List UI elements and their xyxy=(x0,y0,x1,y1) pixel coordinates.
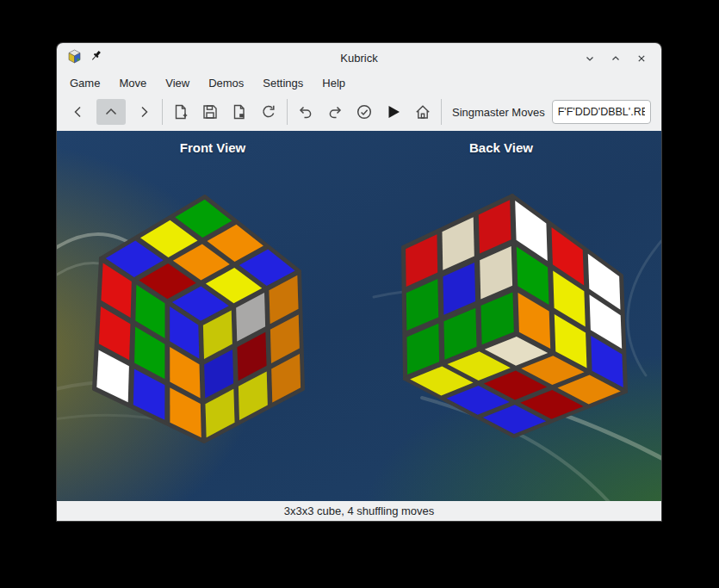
chevron-up-icon xyxy=(102,103,120,121)
maximize-icon[interactable] xyxy=(606,49,625,68)
new-document-icon xyxy=(172,103,189,121)
kubrick-app-icon[interactable] xyxy=(67,49,82,67)
chevron-right-icon xyxy=(135,103,152,121)
redo-icon xyxy=(326,103,344,121)
menu-move[interactable]: Move xyxy=(109,75,156,91)
home-button[interactable] xyxy=(412,99,434,125)
undo-button[interactable] xyxy=(294,99,317,125)
status-message: 3x3x3 cube, 4 shuffling moves xyxy=(284,504,435,517)
save-icon xyxy=(201,103,219,121)
kubrick-window: Kubrick Game Move View Demos Settings He… xyxy=(57,43,661,521)
statusbar: 3x3x3 cube, 4 shuffling moves xyxy=(57,501,661,521)
stop-replay-button[interactable] xyxy=(96,99,126,125)
import-document-icon xyxy=(231,103,248,121)
pushpin-icon[interactable] xyxy=(90,50,103,66)
undo-icon xyxy=(297,103,314,121)
redo-button[interactable] xyxy=(324,99,346,125)
refresh-icon xyxy=(260,103,277,121)
home-icon xyxy=(414,103,431,121)
desktop: Kubrick Game Move View Demos Settings He… xyxy=(0,0,719,588)
menu-game[interactable]: Game xyxy=(60,75,109,91)
save-puzzle-button[interactable] xyxy=(199,99,221,125)
menu-view[interactable]: View xyxy=(156,75,199,91)
close-icon[interactable] xyxy=(632,49,651,68)
scene-canvas[interactable] xyxy=(57,131,661,501)
play-icon xyxy=(385,103,402,121)
singmaster-moves-input[interactable] xyxy=(552,100,651,124)
toolbar-separator xyxy=(441,99,442,125)
reshuffle-button[interactable] xyxy=(257,99,280,125)
front-cube[interactable] xyxy=(94,196,303,442)
chevron-left-icon xyxy=(70,103,87,121)
minimize-icon[interactable] xyxy=(580,49,599,68)
game-viewport[interactable]: Front View Back View xyxy=(57,131,661,501)
back-view-label: Back View xyxy=(469,140,533,155)
check-circle-icon xyxy=(356,103,373,121)
singmaster-moves-label: Singmaster Moves xyxy=(452,106,545,119)
next-move-button[interactable] xyxy=(133,99,155,125)
menu-help[interactable]: Help xyxy=(313,75,355,91)
solve-button[interactable] xyxy=(353,99,375,125)
load-puzzle-button[interactable] xyxy=(228,99,251,125)
toolbar-separator xyxy=(162,99,163,125)
previous-move-button[interactable] xyxy=(67,99,90,125)
toolbar-separator xyxy=(287,99,288,125)
front-view-label: Front View xyxy=(180,140,245,155)
titlebar[interactable]: Kubrick xyxy=(57,43,661,73)
play-demo-button[interactable] xyxy=(382,99,405,125)
window-title: Kubrick xyxy=(57,52,661,65)
new-puzzle-button[interactable] xyxy=(170,99,192,125)
menubar: Game Move View Demos Settings Help xyxy=(57,73,661,93)
menu-settings[interactable]: Settings xyxy=(253,75,313,91)
toolbar: Singmaster Moves xyxy=(57,93,661,131)
menu-demos[interactable]: Demos xyxy=(199,75,253,91)
